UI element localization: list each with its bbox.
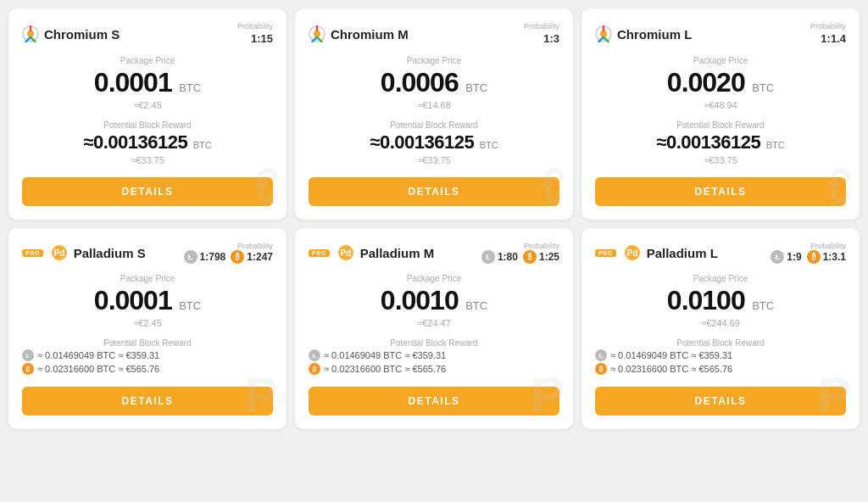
prob-val-btc: 1:3.1 [823, 251, 846, 263]
prob-val-btc: 1:25 [539, 251, 559, 263]
probability-wrap: Probability 1:1.4 [810, 22, 846, 46]
card-title: Palladium M [360, 246, 435, 260]
probability-value: 1:1.4 [821, 32, 846, 45]
details-button[interactable]: DETAILS [595, 177, 846, 206]
probability-label: Probability [524, 22, 559, 31]
reward-row-ltc: Ł ≈ 0.01469049 BTC ≈ €359.31 [595, 349, 846, 361]
probability-label: Probability [237, 22, 273, 31]
prob-val-btc: 1:247 [247, 251, 273, 263]
chromium-icon [22, 25, 39, 42]
probability-value: 1:3 [543, 32, 559, 45]
pro-badge: PRO [595, 249, 616, 257]
price-main: 0.0010 BTC [309, 285, 559, 316]
reward-label: Potential Block Reward [22, 120, 273, 130]
details-button[interactable]: DETAILS [595, 387, 846, 416]
details-button[interactable]: DETAILS [22, 387, 273, 416]
reward-row-icon-ltc: Ł [595, 349, 607, 361]
price-unit: BTC [465, 81, 487, 94]
pro-badge: PRO [309, 249, 330, 257]
reward-row-icon-btc: ₿ [595, 363, 607, 375]
card-header: PRO Pd Palladium L Probability Ł 1:9 ₿ 1… [595, 242, 846, 264]
svg-text:Pd: Pd [626, 248, 637, 258]
price-value: 0.0010 [381, 285, 459, 315]
reward-label: Potential Block Reward [595, 120, 846, 130]
card-chromium-m: Chromium M Probability 1:3 Package Price… [295, 8, 573, 220]
reward-main: ≈0.00136125 BTC [22, 131, 273, 153]
probability-wrap: Probability 1:15 [237, 22, 273, 46]
price-unit: BTC [179, 299, 201, 312]
card-title-wrap: PRO Pd Palladium L [595, 243, 718, 262]
probability-value: 1:15 [251, 32, 273, 45]
reward-row-icon-ltc: Ł [309, 349, 320, 361]
reward-row-val-btc: ≈ 0.02316600 BTC ≈ €565.76 [610, 364, 732, 374]
prob-item-btc: ₿ 1:3.1 [807, 250, 846, 264]
probability-multi: Ł 1:80 ₿ 1:25 [481, 250, 559, 264]
prob-icon-btc: ₿ [807, 250, 821, 264]
price-value: 0.0100 [667, 285, 745, 315]
reward-main: ≈0.00136125 BTC [595, 131, 846, 153]
price-main: 0.0020 BTC [595, 67, 846, 98]
probability-label: Probability [771, 242, 846, 250]
reward-label: Potential Block Reward [309, 338, 559, 348]
probability-multi: Ł 1:9 ₿ 1:3.1 [771, 250, 846, 264]
prob-icon-ltc: Ł [184, 250, 198, 264]
reward-row-btc: ₿ ≈ 0.02316600 BTC ≈ €565.76 [595, 363, 846, 375]
price-unit: BTC [179, 81, 201, 94]
reward-row-btc: ₿ ≈ 0.02316600 BTC ≈ €565.76 [309, 363, 559, 375]
probability-label: Probability [810, 22, 846, 31]
card-header: Chromium S Probability 1:15 [22, 22, 273, 46]
card-title-wrap: PRO Pd Palladium S [22, 243, 146, 262]
reward-row-val-btc: ≈ 0.02316600 BTC ≈ €565.76 [37, 364, 159, 374]
price-eur: ≈€2.45 [22, 100, 273, 110]
card-chromium-s: Chromium S Probability 1:15 Package Pric… [8, 8, 287, 220]
card-title-wrap: PRO Pd Palladium M [309, 243, 434, 262]
prob-item-ltc: Ł 1:80 [481, 250, 518, 264]
reward-multi: Ł ≈ 0.01469049 BTC ≈ €359.31 ₿ ≈ 0.02316… [309, 349, 559, 375]
reward-btc-label: BTC [480, 140, 498, 150]
reward-main: ≈0.00136125 BTC [309, 131, 559, 153]
card-title: Chromium M [331, 27, 409, 42]
price-value: 0.0001 [94, 67, 172, 98]
price-main: 0.0001 BTC [22, 67, 273, 98]
price-value: 0.0001 [94, 285, 172, 315]
reward-eur: ≈€33.75 [595, 155, 846, 165]
price-eur: ≈€244.69 [595, 318, 846, 328]
card-title-wrap: Chromium M [309, 25, 409, 42]
details-button[interactable]: DETAILS [309, 387, 559, 416]
card-title-wrap: Chromium L [595, 25, 692, 42]
card-title-wrap: Chromium S [22, 25, 120, 42]
reward-eur: ≈€33.75 [22, 155, 273, 165]
reward-row-val-btc: ≈ 0.02316600 BTC ≈ €565.76 [324, 364, 446, 374]
details-button[interactable]: DETAILS [309, 177, 559, 206]
reward-row-icon-ltc: Ł [22, 349, 34, 361]
reward-row-val-ltc: ≈ 0.01469049 BTC ≈ €359.31 [324, 350, 446, 360]
package-price-label: Package Price [309, 56, 559, 65]
prob-item-ltc: Ł 1:798 [184, 250, 226, 264]
prob-icon-ltc: Ł [481, 250, 495, 264]
card-title: Palladium S [74, 246, 146, 260]
card-header: Chromium M Probability 1:3 [309, 22, 559, 46]
probability-wrap: Probability Ł 1:9 ₿ 1:3.1 [771, 242, 846, 264]
reward-btc-label: BTC [766, 140, 785, 150]
price-main: 0.0006 BTC [309, 67, 559, 98]
reward-row-btc: ₿ ≈ 0.02316600 BTC ≈ €565.76 [22, 363, 273, 375]
price-eur: ≈€14.68 [309, 100, 559, 110]
probability-multi: Ł 1:798 ₿ 1:247 [184, 250, 273, 264]
price-eur: ≈€48.94 [595, 100, 846, 110]
card-header: PRO Pd Palladium S Probability Ł 1:798 ₿… [22, 242, 273, 264]
prob-item-btc: ₿ 1:25 [523, 250, 559, 264]
prob-icon-ltc: Ł [771, 250, 784, 264]
probability-label: Probability [481, 242, 559, 250]
prob-val-ltc: 1:798 [200, 251, 226, 263]
reward-row-val-ltc: ≈ 0.01469049 BTC ≈ €359.31 [610, 350, 732, 360]
svg-text:Pd: Pd [53, 248, 64, 258]
card-palladium-l: PRO Pd Palladium L Probability Ł 1:9 ₿ 1… [581, 228, 860, 429]
card-title: Palladium L [647, 246, 718, 260]
prob-icon-btc: ₿ [231, 250, 244, 264]
reward-value: ≈0.00136125 [370, 131, 474, 153]
card-title: Chromium L [617, 27, 692, 42]
prob-val-ltc: 1:80 [498, 251, 518, 263]
reward-btc-label: BTC [193, 140, 212, 150]
details-button[interactable]: DETAILS [22, 177, 273, 206]
reward-eur: ≈€33.75 [309, 155, 559, 165]
